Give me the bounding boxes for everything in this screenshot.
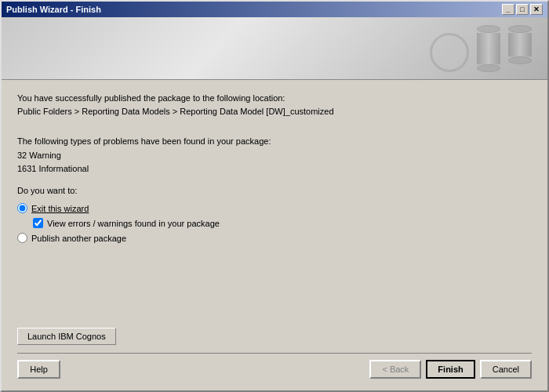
options-section: Exit this wizard View errors / warnings …	[17, 203, 532, 243]
view-errors-checkbox[interactable]	[33, 218, 43, 228]
publish-another-option[interactable]: Publish another package	[17, 233, 532, 243]
clock-icon	[430, 33, 469, 72]
problems-section: The following types of problems have bee…	[17, 135, 532, 176]
wizard-banner	[2, 17, 547, 80]
finish-button[interactable]: Finish	[426, 360, 474, 379]
exit-wizard-radio[interactable]	[17, 203, 27, 213]
cylinder-icon-2	[508, 25, 532, 72]
minimize-button[interactable]: _	[502, 4, 514, 15]
exit-wizard-option[interactable]: Exit this wizard	[17, 203, 532, 213]
view-errors-option[interactable]: View errors / warnings found in your pac…	[33, 218, 532, 228]
publish-path: Public Folders > Reporting Data Models >…	[17, 107, 532, 116]
window-title: Publish Wizard - Finish	[6, 5, 101, 14]
info-count: 1631 Informational	[17, 162, 532, 176]
warning-count: 32 Warning	[17, 149, 532, 162]
exit-wizard-label: Exit this wizard	[31, 204, 89, 213]
view-errors-label: View errors / warnings found in your pac…	[47, 219, 220, 228]
back-button[interactable]: < Back	[369, 360, 421, 379]
bottom-section: Launch IBM Cognos Help < Back Finish Can…	[17, 328, 532, 379]
publish-wizard-window: Publish Wizard - Finish _ □ ✕ You have s…	[0, 0, 549, 392]
maximize-button[interactable]: □	[516, 4, 529, 15]
cylinder-icon-1	[477, 25, 500, 72]
success-message: You have successfully published the pack…	[17, 92, 532, 124]
problems-intro: The following types of problems have bee…	[17, 135, 532, 148]
nav-buttons: < Back Finish Cancel	[369, 360, 532, 379]
wizard-content: You have successfully published the pack…	[2, 80, 547, 390]
title-bar: Publish Wizard - Finish _ □ ✕	[2, 2, 547, 17]
banner-decorations	[430, 25, 532, 72]
success-text: You have successfully published the pack…	[17, 92, 532, 105]
cancel-button[interactable]: Cancel	[480, 360, 532, 379]
content-spacer	[17, 243, 532, 328]
close-button[interactable]: ✕	[530, 4, 543, 15]
help-button[interactable]: Help	[17, 360, 60, 379]
publish-another-label: Publish another package	[31, 234, 126, 243]
launch-btn-area: Launch IBM Cognos	[17, 328, 532, 345]
launch-cognos-button[interactable]: Launch IBM Cognos	[17, 328, 116, 345]
footer-divider	[17, 353, 532, 354]
footer-buttons: Help < Back Finish Cancel	[17, 360, 532, 379]
publish-another-radio[interactable]	[17, 233, 27, 243]
window-controls: _ □ ✕	[502, 4, 543, 15]
do-you-want-label: Do you want to:	[17, 186, 532, 195]
